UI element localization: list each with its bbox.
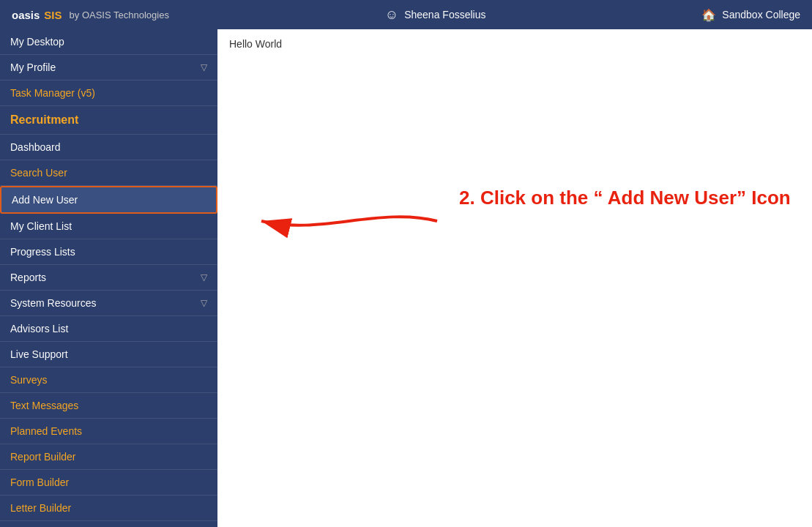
sidebar-label-advisors-list: Advisors List — [10, 323, 68, 334]
sidebar-label-reports: Reports — [10, 272, 46, 283]
college-icon: 🏠 — [701, 8, 716, 22]
sidebar-label-task-manager: Task Manager (v5) — [10, 87, 95, 99]
sidebar-item-reports[interactable]: Reports▽ — [0, 265, 217, 291]
sidebar-item-advisors-list[interactable]: Advisors List — [0, 316, 217, 342]
sidebar-label-form-builder: Form Builder — [10, 476, 69, 488]
header-college: 🏠 Sandbox College — [701, 8, 800, 22]
sidebar-label-my-desktop: My Desktop — [10, 36, 64, 48]
logo-sis: SIS — [44, 9, 62, 21]
sidebar-label-dashboard: Dashboard — [10, 141, 61, 153]
sidebar-item-my-client-list[interactable]: My Client List — [0, 214, 217, 239]
annotation-arrow — [232, 199, 466, 243]
content-area: Hello World 2. Click on the “ Add New Us… — [217, 29, 812, 527]
sidebar-item-letter-builder[interactable]: Letter Builder — [0, 496, 217, 521]
sidebar-item-my-desktop[interactable]: My Desktop — [0, 29, 217, 55]
sidebar-label-live-support: Live Support — [10, 348, 68, 360]
sidebar-item-planned-events[interactable]: Planned Events — [0, 419, 217, 444]
logo-oasis: oasis — [12, 9, 40, 21]
chevron-down-icon: ▽ — [201, 298, 207, 308]
sidebar-item-my-profile[interactable]: My Profile▽ — [0, 55, 217, 81]
chevron-down-icon: ▽ — [201, 62, 207, 72]
sidebar-item-task-manager[interactable]: Task Manager (v5) — [0, 81, 217, 106]
logo: oasisSIS by OASIS Technologies — [12, 9, 169, 21]
logo-by: by OASIS Technologies — [70, 10, 169, 20]
sidebar-label-my-profile: My Profile — [10, 61, 56, 73]
sidebar-label-report-builder: Report Builder — [10, 451, 76, 463]
sidebar-label-text-messages: Text Messages — [10, 400, 78, 411]
sidebar-label-surveys: Surveys — [10, 374, 48, 386]
sidebar-item-add-new-user[interactable]: Add New User — [0, 186, 217, 214]
sidebar-item-report-builder[interactable]: Report Builder — [0, 444, 217, 470]
sidebar-label-my-client-list: My Client List — [10, 220, 72, 232]
sidebar-item-surveys[interactable]: Surveys — [0, 367, 217, 393]
sidebar-item-progress-lists[interactable]: Progress Lists — [0, 239, 217, 265]
main-layout: My DesktopMy Profile▽Task Manager (v5)Re… — [0, 29, 812, 527]
hello-world-text: Hello World — [229, 38, 800, 50]
sidebar-item-dashboard[interactable]: Dashboard — [0, 135, 217, 160]
app-header: oasisSIS by OASIS Technologies ☺ Sheena … — [0, 0, 812, 29]
sidebar-item-search-user[interactable]: Search User — [0, 160, 217, 186]
sidebar-item-form-builder[interactable]: Form Builder — [0, 470, 217, 496]
sidebar-label-planned-events: Planned Events — [10, 425, 82, 437]
sidebar: My DesktopMy Profile▽Task Manager (v5)Re… — [0, 29, 217, 527]
sidebar-label-add-new-user: Add New User — [12, 194, 78, 206]
chevron-down-icon: ▽ — [201, 272, 207, 283]
sidebar-item-text-messages[interactable]: Text Messages — [0, 393, 217, 419]
user-name: Sheena Fosselius — [404, 9, 485, 20]
sidebar-label-progress-lists: Progress Lists — [10, 246, 75, 258]
sidebar-item-system-resources[interactable]: System Resources▽ — [0, 291, 217, 316]
sidebar-label-search-user: Search User — [10, 167, 67, 179]
header-user: ☺ Sheena Fosselius — [169, 7, 701, 23]
sidebar-label-letter-builder: Letter Builder — [10, 502, 71, 514]
sidebar-item-live-support[interactable]: Live Support — [0, 342, 217, 367]
college-name: Sandbox College — [722, 9, 800, 20]
sidebar-item-custom-contact[interactable]: Custom Contact — [0, 521, 217, 527]
user-icon: ☺ — [385, 7, 398, 23]
sidebar-section-recruitment: Recruitment — [0, 106, 217, 135]
annotation-text: 2. Click on the “ Add New User” Icon — [459, 187, 791, 209]
sidebar-label-system-resources: System Resources — [10, 297, 96, 309]
